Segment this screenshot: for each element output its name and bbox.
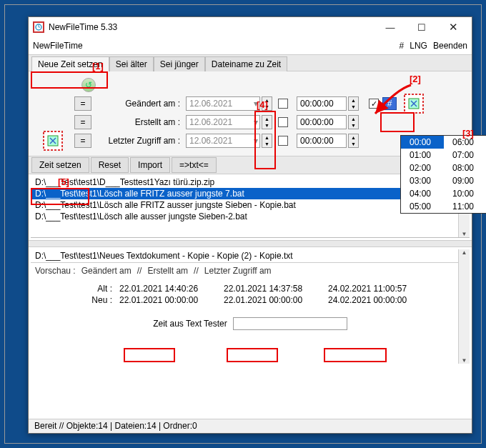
popup-item[interactable]: 04:00 — [401, 187, 444, 200]
popup-item[interactable]: 05:00 — [401, 200, 444, 213]
set-time-button[interactable]: Zeit setzen — [31, 157, 89, 173]
time-popup[interactable]: 00:00 01:00 02:00 03:00 04:00 05:00 06:0… — [400, 135, 486, 214]
checkbox-modified[interactable] — [278, 99, 288, 109]
date-spinner-3[interactable]: ▲▼ — [262, 134, 272, 148]
date-spinner-2[interactable]: ▲▼ — [262, 115, 272, 129]
popup-item[interactable]: 11:00 — [444, 200, 486, 213]
popup-item[interactable]: 02:00 — [401, 161, 444, 174]
reset-button[interactable]: Reset — [91, 157, 129, 173]
drag-drop-icon-left[interactable] — [43, 131, 63, 151]
menubar: NewFileTime # LNG Beenden — [29, 37, 472, 54]
equals-button-2[interactable]: = — [74, 115, 91, 129]
scrollbar[interactable]: ▲▼ — [458, 249, 470, 364]
time-tester-input[interactable] — [233, 317, 347, 330]
time-spinner-3[interactable]: ▲▼ — [348, 134, 359, 148]
hash-dropdown-button[interactable]: # — [382, 97, 397, 110]
preview-tester: Zeit aus Text Tester — [31, 313, 470, 334]
checkbox-hash[interactable] — [369, 99, 379, 109]
tabstrip: Neue Zeit setzen Sei älter Sei jünger Da… — [29, 54, 472, 71]
dropdown-icon: ▾ — [254, 117, 258, 127]
close-button[interactable]: ✕ — [437, 17, 469, 37]
preview-pane: D:\___Test\test1\Neues Textdokument - Ko… — [31, 249, 470, 364]
window-title: NewFileTime 5.33 — [49, 22, 375, 32]
maximize-button[interactable]: ☐ — [406, 17, 437, 37]
txt-button[interactable]: =>txt<= — [172, 157, 217, 173]
preview-row-old: Alt : 22.01.2021 14:40:26 22.01.2021 14:… — [31, 283, 470, 294]
status-bar: Bereit // Objekte:14 | Dateien:14 | Ordn… — [29, 419, 472, 433]
drag-drop-icon[interactable] — [404, 94, 424, 114]
time-modified[interactable]: 00:00:00 — [297, 96, 347, 111]
popup-item[interactable]: 00:00 — [401, 136, 444, 149]
app-icon — [33, 21, 44, 33]
tab-be-younger[interactable]: Sei jünger — [154, 56, 205, 71]
popup-item[interactable]: 10:00 — [444, 187, 486, 200]
popup-item[interactable]: 06:00 — [444, 136, 486, 149]
preview-header: Vorschau : Geändert am // Erstellt am //… — [31, 263, 470, 279]
date-accessed[interactable]: 12.06.2021▾ — [186, 134, 260, 148]
time-spinner-1[interactable]: ▲▼ — [348, 96, 359, 111]
date-created[interactable]: 12.06.2021▾ — [186, 115, 260, 129]
checkbox-accessed[interactable] — [278, 136, 288, 146]
time-spinner-2[interactable]: ▲▼ — [348, 115, 359, 129]
preview-path: D:\___Test\test1\Neues Textdokument - Ko… — [31, 249, 470, 263]
popup-item[interactable]: 01:00 — [401, 149, 444, 161]
tab-filename-to-time[interactable]: Dateiname zu Zeit — [205, 56, 287, 71]
label-created: Erstellt am : — [100, 117, 184, 127]
import-button[interactable]: Import — [130, 157, 170, 173]
menu-app[interactable]: NewFileTime — [33, 41, 83, 51]
menu-quit[interactable]: Beenden — [433, 41, 467, 51]
time-accessed[interactable]: 00:00:00 — [297, 134, 347, 148]
label-modified: Geändert am : — [100, 99, 184, 109]
label-accessed: Letzter Zugriff am : — [100, 136, 184, 146]
preview-row-new: Neu : 22.01.2021 00:00:00 22.01.2021 00:… — [31, 294, 470, 306]
popup-item[interactable]: 03:00 — [401, 174, 444, 187]
row-modified: = Geändert am : 12.06.2021▾ ▲▼ 00:00:00 … — [33, 94, 467, 113]
equals-button-1[interactable]: = — [74, 96, 91, 111]
dropdown-icon: ▾ — [254, 99, 258, 109]
tab-set-new-time[interactable]: Neue Zeit setzen — [31, 56, 109, 71]
menu-hash[interactable]: # — [400, 41, 405, 51]
menu-lng[interactable]: LNG — [410, 41, 427, 51]
refresh-icon[interactable] — [81, 78, 96, 92]
popup-item[interactable]: 09:00 — [444, 174, 486, 187]
titlebar[interactable]: NewFileTime 5.33 — ☐ ✕ — [29, 17, 472, 37]
minimize-button[interactable]: — — [375, 17, 406, 37]
popup-item[interactable]: 07:00 — [444, 149, 486, 161]
checkbox-created[interactable] — [278, 117, 288, 127]
dropdown-icon: ▾ — [254, 136, 258, 146]
date-modified[interactable]: 12.06.2021▾ — [186, 96, 260, 111]
tab-be-older[interactable]: Sei älter — [109, 56, 154, 71]
popup-item[interactable]: 08:00 — [444, 161, 486, 174]
row-created: = Erstellt am : 12.06.2021▾ ▲▼ 00:00:00 … — [33, 113, 467, 131]
app-window: NewFileTime 5.33 — ☐ ✕ NewFileTime # LNG… — [28, 16, 472, 434]
equals-button-3[interactable]: = — [74, 134, 91, 148]
date-spinner-1[interactable]: ▲▼ — [262, 96, 272, 111]
time-created[interactable]: 00:00:00 — [297, 115, 347, 129]
